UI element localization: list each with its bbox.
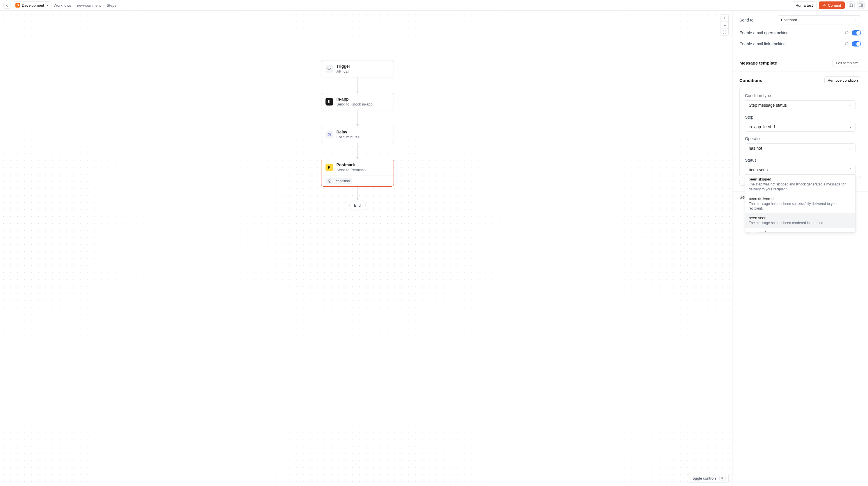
message-template-title: Message template — [739, 61, 777, 65]
properties-panel: Send to Postmark ⌄ Enable email open tra… — [732, 11, 868, 486]
chevron-down-icon: ⌄ — [855, 18, 858, 22]
node-title: In-app — [337, 97, 373, 101]
conditions-title: Conditions — [739, 78, 762, 83]
breadcrumb-item[interactable]: Steps — [107, 3, 116, 7]
code-icon: <> — [326, 65, 333, 73]
condition-type-label: Condition type — [745, 93, 856, 98]
step-select[interactable]: in_app_feed_1 ⌄ — [745, 122, 856, 132]
toggle-controls-button[interactable]: Toggle controls K — [688, 474, 728, 483]
app-header: D Development Workflows › new-comment › … — [0, 0, 868, 11]
condition-badge: 1 condition — [326, 178, 352, 184]
flow-connector — [357, 77, 358, 93]
breadcrumb-item[interactable]: new-comment — [77, 3, 101, 7]
operator-label: Operator — [745, 136, 856, 141]
node-subtitle: API call — [337, 69, 350, 73]
right-panel-toggle[interactable] — [857, 1, 865, 9]
open-tracking-toggle[interactable] — [852, 30, 861, 35]
panel-right-icon — [859, 3, 863, 7]
back-button[interactable] — [3, 2, 10, 9]
send-to-select[interactable]: Postmark ⌄ — [778, 15, 861, 24]
chevron-down-icon: ⌄ — [849, 146, 852, 150]
send-to-label: Send to — [739, 18, 753, 22]
step-label: Step — [745, 115, 856, 120]
node-postmark[interactable]: P Postmark Send to Postmark 1 condition — [321, 159, 394, 187]
status-label: Status — [745, 158, 856, 162]
node-in-app[interactable]: K In-app Send to Knock in-app — [321, 93, 394, 110]
postmark-icon: P — [326, 164, 333, 171]
knock-icon: K — [326, 98, 333, 105]
status-option[interactable]: been read — [745, 228, 855, 232]
open-tracking-label: Enable email open tracking — [739, 31, 788, 35]
edit-template-button[interactable]: Edit template — [833, 59, 861, 67]
sync-icon[interactable] — [845, 41, 849, 46]
status-option[interactable]: been delivered The message has not been … — [745, 194, 855, 214]
svg-point-8 — [328, 180, 331, 183]
status-select[interactable]: been seen ⌃ been skipped The step was no… — [745, 165, 856, 175]
sync-icon[interactable] — [845, 31, 849, 35]
node-subtitle: Send to Postmark — [337, 168, 367, 172]
workflow-canvas[interactable]: + − <> Trigger API call — [0, 11, 732, 486]
node-subtitle: Send to Knock in-app — [337, 102, 373, 106]
status-dropdown: been skipped The step was not skipped an… — [745, 174, 856, 232]
clock-icon — [326, 131, 333, 138]
svg-rect-3 — [849, 4, 852, 7]
zoom-controls: + − — [720, 14, 728, 36]
chevron-right-icon: › — [73, 3, 74, 7]
remove-condition-button[interactable]: Remove condition — [825, 76, 861, 84]
link-tracking-label: Enable email link tracking — [739, 41, 786, 46]
node-subtitle: For 5 minutes — [337, 135, 360, 139]
commit-icon — [823, 3, 826, 7]
node-title: Delay — [337, 130, 360, 134]
breadcrumb-item[interactable]: Workflows — [54, 3, 71, 7]
env-label: Development — [22, 3, 44, 7]
zoom-fit-button[interactable] — [721, 29, 728, 35]
breadcrumb: Workflows › new-comment › Steps — [54, 3, 116, 7]
left-panel-toggle[interactable] — [847, 1, 855, 9]
svg-rect-5 — [859, 4, 863, 7]
svg-point-0 — [824, 5, 825, 6]
node-trigger[interactable]: <> Trigger API call — [321, 60, 394, 77]
chevron-down-icon — [46, 4, 49, 7]
panel-left-icon — [849, 3, 853, 7]
chevron-up-icon: ⌃ — [849, 168, 852, 172]
chevron-down-icon: ⌄ — [849, 103, 852, 107]
fullscreen-icon — [723, 31, 726, 34]
flow-connector — [357, 143, 358, 159]
node-title: Trigger — [337, 64, 350, 69]
node-delay[interactable]: Delay For 5 minutes — [321, 126, 394, 143]
chevron-left-icon — [5, 3, 9, 7]
zoom-in-button[interactable]: + — [721, 14, 728, 22]
node-title: Postmark — [337, 162, 367, 167]
commit-button[interactable]: Commit — [819, 1, 845, 9]
chevron-right-icon: › — [103, 3, 104, 7]
run-test-button[interactable]: Run a test — [792, 1, 816, 9]
status-option[interactable]: been skipped The step was not skipped an… — [745, 175, 855, 194]
link-tracking-toggle[interactable] — [852, 41, 861, 46]
flow-connector — [357, 187, 358, 200]
condition-card: Condition type Step message status ⌄ Ste… — [739, 88, 861, 178]
operator-select[interactable]: has not ⌄ — [745, 143, 856, 153]
zoom-out-button[interactable]: − — [721, 22, 728, 29]
env-badge-icon: D — [16, 3, 20, 7]
check-circle-icon — [328, 179, 331, 183]
condition-type-select[interactable]: Step message status ⌄ — [745, 100, 856, 110]
end-node: End — [349, 200, 366, 210]
status-option[interactable]: been seen The message has not been rende… — [745, 213, 855, 228]
flow-connector — [357, 110, 358, 126]
environment-selector[interactable]: D Development — [13, 1, 52, 9]
chevron-down-icon: ⌄ — [849, 125, 852, 129]
key-badge: K — [719, 476, 725, 481]
